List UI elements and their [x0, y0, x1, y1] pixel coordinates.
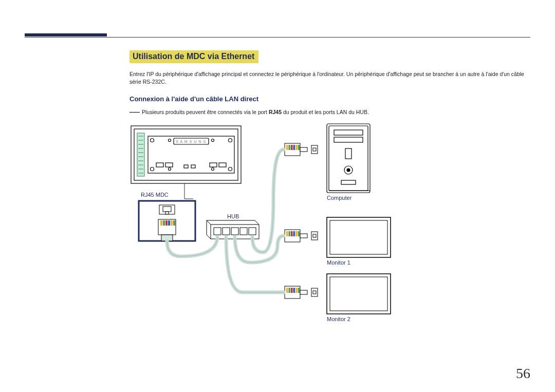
svg-point-16: [151, 167, 154, 171]
label-monitor2: Monitor 2: [327, 316, 350, 322]
svg-rect-23: [156, 163, 163, 167]
header-rule: [25, 37, 530, 38]
svg-rect-76: [295, 231, 298, 236]
svg-rect-90: [300, 290, 307, 294]
svg-point-21: [212, 168, 214, 171]
svg-rect-28: [191, 165, 195, 168]
svg-rect-77: [298, 231, 300, 236]
note-suffix: du produit et les ports LAN du HUB.: [282, 109, 369, 115]
dash-icon: ―: [130, 106, 140, 117]
svg-point-18: [169, 139, 171, 142]
svg-rect-66: [300, 147, 307, 152]
svg-rect-80: [313, 234, 316, 237]
svg-rect-35: [160, 220, 162, 226]
svg-rect-25: [210, 163, 217, 167]
svg-rect-24: [165, 163, 173, 167]
connection-diagram: S A M S U N G: [130, 123, 525, 349]
svg-rect-45: [214, 228, 221, 235]
svg-rect-86: [291, 288, 293, 293]
svg-rect-88: [295, 288, 298, 293]
svg-rect-32: [163, 207, 171, 212]
svg-rect-39: [171, 220, 173, 226]
svg-rect-68: [313, 148, 316, 151]
svg-rect-36: [163, 220, 165, 226]
svg-rect-84: [286, 288, 288, 293]
svg-rect-40: [173, 220, 175, 226]
svg-rect-52: [334, 130, 363, 135]
page-number: 56: [516, 365, 530, 382]
page: Utilisation de MDC via Ethernet Entrez l…: [0, 0, 555, 392]
svg-point-20: [169, 168, 171, 171]
note-line: ―Plusieurs produits peuvent être connect…: [130, 106, 524, 118]
content-area: Utilisation de MDC via Ethernet Entrez l…: [130, 50, 524, 349]
svg-rect-2: [137, 133, 144, 176]
svg-rect-62: [291, 145, 293, 150]
svg-rect-47: [231, 228, 238, 235]
svg-rect-38: [168, 220, 170, 226]
svg-rect-82: [330, 277, 387, 311]
label-monitor1: Monitor 1: [327, 259, 350, 266]
svg-rect-87: [293, 288, 295, 293]
svg-rect-60: [286, 145, 288, 150]
svg-rect-70: [330, 220, 387, 254]
svg-rect-64: [295, 145, 298, 150]
svg-rect-49: [249, 228, 256, 235]
svg-rect-54: [345, 148, 351, 159]
svg-rect-74: [291, 231, 293, 236]
label-rj45: RJ45 MDC: [141, 192, 169, 198]
svg-rect-72: [286, 231, 288, 236]
svg-rect-92: [313, 291, 316, 294]
svg-point-17: [229, 167, 232, 171]
svg-rect-57: [341, 180, 356, 184]
svg-rect-75: [293, 231, 295, 236]
svg-point-56: [347, 169, 350, 172]
note-bold: RJ45: [269, 109, 282, 115]
svg-rect-46: [223, 228, 230, 235]
svg-text:S A M S U N G: S A M S U N G: [176, 140, 206, 143]
svg-rect-78: [300, 234, 307, 238]
note-prefix: Plusieurs produits peuvent être connecté…: [142, 109, 269, 115]
svg-rect-61: [289, 145, 291, 150]
svg-rect-48: [240, 228, 247, 235]
svg-rect-53: [334, 137, 363, 142]
subsection-title: Connexion à l'aide d'un câble LAN direct: [130, 95, 524, 103]
intro-paragraph: Entrez l'IP du périphérique d'affichage …: [130, 70, 524, 86]
diagram-svg: S A M S U N G: [130, 123, 525, 349]
svg-rect-33: [165, 212, 169, 214]
svg-point-19: [212, 139, 214, 142]
svg-point-15: [229, 139, 232, 142]
svg-rect-89: [298, 288, 300, 293]
svg-rect-26: [219, 163, 226, 167]
svg-rect-65: [298, 145, 300, 150]
label-hub: HUB: [227, 213, 239, 219]
header-accent-bar: [25, 33, 107, 36]
svg-rect-73: [289, 231, 291, 236]
svg-rect-63: [293, 145, 295, 150]
svg-point-14: [151, 139, 154, 142]
svg-rect-1: [134, 129, 238, 180]
svg-rect-85: [289, 288, 291, 293]
svg-rect-27: [184, 165, 188, 168]
svg-rect-37: [165, 220, 168, 226]
label-computer: Computer: [327, 195, 351, 201]
section-title: Utilisation de MDC via Ethernet: [130, 50, 258, 63]
